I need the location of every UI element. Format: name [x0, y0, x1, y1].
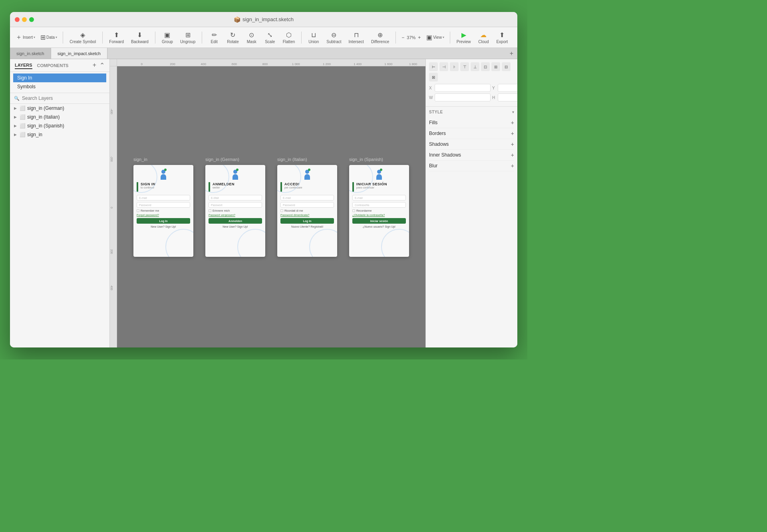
zoom-minus-icon[interactable]: − [401, 35, 404, 40]
align-right-button[interactable]: ⊦ [450, 62, 459, 71]
edit-button[interactable]: ✏ Edit [205, 29, 223, 46]
w-input[interactable] [435, 93, 491, 101]
email-input[interactable]: E-mail [280, 195, 334, 200]
zoom-value: 37% [405, 35, 417, 40]
remember-checkbox[interactable] [352, 209, 355, 212]
scale-button[interactable]: ⤡ Scale [261, 29, 279, 46]
subtract-button[interactable]: ⊖ Subtract [323, 29, 344, 46]
artboard-spanish[interactable]: INICIAR SESIÓN para continuar E-mail Con… [349, 165, 409, 257]
password-input[interactable]: Password [280, 202, 334, 208]
intersect-button[interactable]: ⊓ Intersect [346, 29, 367, 46]
create-symbol-button[interactable]: ◈ Create Symbol [66, 29, 99, 46]
artboard-german[interactable]: ANMELDEN weiter E-Mail Passwort [205, 165, 265, 257]
search-input[interactable] [22, 95, 105, 101]
password-input[interactable]: Password [137, 202, 190, 208]
password-input[interactable]: Passwort [209, 202, 262, 208]
page-sign-in[interactable]: Sign In [13, 73, 106, 82]
canvas-area[interactable]: 0 200 400 600 800 1 000 1 200 1 400 1 60… [110, 59, 425, 347]
export-button[interactable]: ⬆ Export [493, 29, 511, 46]
add-border-button[interactable]: + [511, 130, 514, 137]
x-label: X [429, 86, 434, 90]
email-input[interactable]: E-mail [352, 195, 406, 200]
align-center-h-button[interactable]: ⊣ [439, 62, 448, 71]
maximize-button[interactable] [29, 17, 34, 22]
style-collapse-button[interactable]: ▾ [512, 110, 514, 114]
rotate-button[interactable]: ↻ Rotate [224, 29, 242, 46]
mask-button[interactable]: ⊙ Mask [243, 29, 260, 46]
tab-sign-in-impact[interactable]: sign_in_impact.sketch [51, 48, 107, 59]
close-button[interactable] [15, 17, 20, 22]
login-button[interactable]: Anmelden [209, 218, 262, 224]
remember-checkbox[interactable] [137, 209, 139, 212]
ungroup-button[interactable]: ⊞ Ungroup [177, 29, 199, 46]
password-input[interactable]: Contraseña [352, 202, 406, 208]
layer-item[interactable]: ▶ ⬜ sign_in (German) [10, 104, 109, 113]
forgot-password-link[interactable]: Password dimenticata? [280, 214, 334, 216]
add-blur-button[interactable]: + [511, 163, 514, 169]
logo-body [376, 174, 382, 180]
create-symbol-label: Create Symbol [70, 40, 96, 44]
distribute-v-button[interactable]: ⊥ [471, 62, 479, 71]
add-layer-button[interactable]: + [93, 62, 96, 69]
email-input[interactable]: E-mail [137, 195, 190, 200]
insert-button[interactable]: ＋ Insert ▾ [13, 29, 38, 46]
login-button[interactable]: Log In [137, 218, 190, 224]
artboard-signin[interactable]: SIGN IN to continue E-mail Password [133, 165, 193, 257]
forgot-label: ¿Olvidaste la contraseña? [352, 214, 385, 216]
cloud-icon: ☁ [480, 31, 487, 39]
union-button[interactable]: ⊔ Union [305, 29, 322, 46]
export-icon: ⬆ [499, 31, 505, 39]
forgot-password-link[interactable]: Forgot password? [137, 214, 190, 216]
layer-item[interactable]: ▶ ⬜ sign_in (Spanish) [10, 121, 109, 130]
add-fill-button[interactable]: + [511, 119, 514, 126]
remember-checkbox[interactable] [209, 209, 211, 212]
new-user-text: New User? Sign Up! [209, 225, 262, 228]
tab-components[interactable]: COMPONENTS [37, 62, 69, 69]
align-left-button[interactable]: ⊢ [429, 62, 438, 71]
login-button[interactable]: Log In [280, 218, 334, 224]
difference-button[interactable]: ⊕ Difference [368, 29, 392, 46]
email-input[interactable]: E-Mail [209, 195, 262, 200]
data-button[interactable]: ⊞ Data ▾ [38, 29, 60, 46]
align-bottom-button[interactable]: ⊟ [502, 62, 511, 71]
minimize-button[interactable] [22, 17, 27, 22]
forgot-password-link[interactable]: ¿Olvidaste la contraseña? [352, 214, 406, 216]
flip-h-button[interactable]: ⊠ [429, 73, 438, 81]
canvas-content[interactable]: sign_in [117, 66, 425, 347]
align-top-button[interactable]: ⊡ [481, 62, 490, 71]
backward-button[interactable]: ⬇ Backward [128, 29, 152, 46]
x-input[interactable] [435, 84, 491, 92]
artboard-label-german: sign_in (German) [205, 157, 239, 162]
h-input[interactable] [498, 93, 517, 101]
view-button[interactable]: ▣ View ▾ [424, 29, 447, 46]
tab-sign-in[interactable]: sign_in.sketch [10, 48, 51, 59]
insert-label: Insert [23, 35, 33, 40]
add-inner-shadow-button[interactable]: + [511, 152, 514, 158]
cloud-button[interactable]: ☁ Cloud [475, 29, 492, 46]
tab-add-button[interactable]: + [506, 48, 517, 59]
tab-layers[interactable]: LAYERS [15, 62, 32, 69]
add-shadow-button[interactable]: + [511, 141, 514, 147]
app-logo [376, 170, 382, 180]
preview-button[interactable]: ▶ Preview [453, 29, 474, 46]
distribute-h-button[interactable]: ⊤ [460, 62, 469, 71]
collapse-layers-button[interactable]: ⌃ [99, 62, 105, 69]
y-input[interactable] [498, 84, 517, 92]
artboard-italian[interactable]: ACCEDI per continuare E-mail Password [277, 165, 337, 257]
forward-button[interactable]: ⬆ Forward [106, 29, 127, 46]
group-button[interactable]: ▣ Group [159, 29, 176, 46]
remember-checkbox[interactable] [280, 209, 283, 212]
zoom-plus-icon[interactable]: + [418, 35, 421, 40]
login-button[interactable]: Iniciar sesión [352, 218, 406, 224]
chevron-right-icon: ▶ [14, 133, 18, 137]
page-symbols[interactable]: Symbols [13, 82, 106, 91]
layer-item[interactable]: ▶ ⬜ sign_in (Italian) [10, 113, 109, 121]
zoom-control[interactable]: − 37% + [399, 29, 423, 46]
align-middle-v-button[interactable]: ⊞ [491, 62, 500, 71]
traffic-lights [15, 17, 34, 22]
panel-tab-actions: + ⌃ [93, 62, 105, 69]
forgot-password-link[interactable]: Passwort vergessen? [209, 214, 262, 216]
artboard-label-signin: sign_in [133, 157, 147, 162]
layer-item[interactable]: ▶ ⬜ sign_in [10, 130, 109, 139]
flatten-button[interactable]: ⬡ Flatten [280, 29, 298, 46]
